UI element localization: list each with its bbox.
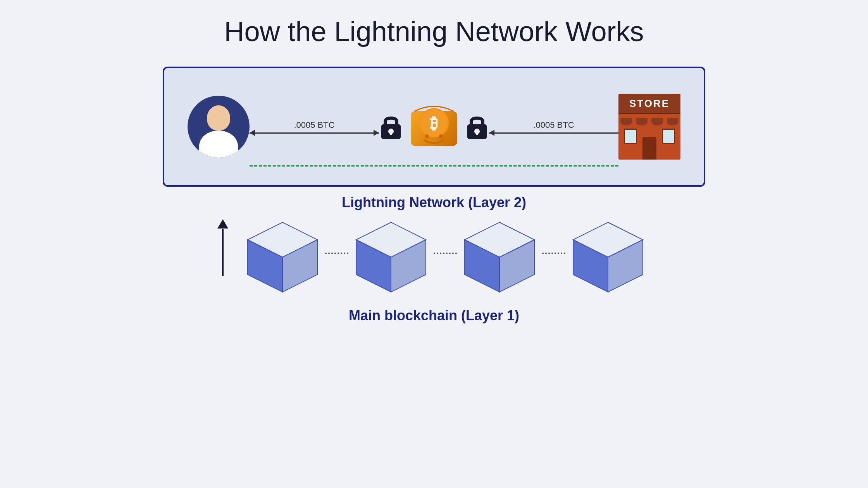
- store-container: STORE: [618, 94, 680, 160]
- awning-scallop: [651, 118, 663, 125]
- svg-point-9: [439, 134, 443, 138]
- bottom-row: [217, 211, 651, 300]
- awning-scallop: [620, 118, 632, 125]
- blockchain-cube-1: [240, 215, 325, 300]
- arrow-up-head: [217, 219, 228, 229]
- store-building: STORE: [618, 94, 680, 160]
- store-door: [642, 137, 656, 160]
- cube-connector-2: [434, 253, 457, 254]
- bottom-section: Main blockchain (Layer 1): [23, 211, 845, 324]
- svg-rect-12: [476, 131, 478, 135]
- store-front: [618, 114, 680, 160]
- blockchain-cube-3: [457, 215, 542, 300]
- cube-connector-3: [542, 253, 565, 254]
- blockchain-row: [240, 215, 651, 300]
- right-channel-arrow: .0005 BTC: [489, 120, 618, 134]
- arrow-up-line: [222, 229, 224, 276]
- cube-connector-1: [325, 253, 348, 254]
- upward-arrow: [217, 219, 228, 276]
- awning-scallop: [636, 118, 648, 125]
- bitcoin-wallet-icon: ₿: [403, 98, 465, 156]
- store-sign: STORE: [618, 94, 680, 114]
- blockchain-cube-2: [348, 215, 434, 300]
- left-lock-icon: [379, 113, 403, 141]
- svg-rect-2: [390, 131, 392, 135]
- svg-text:₿: ₿: [430, 115, 438, 132]
- right-lock-icon: [465, 113, 489, 141]
- blockchain-label: Main blockchain (Layer 1): [349, 308, 519, 324]
- store-window-left: [624, 129, 637, 144]
- page-title: How the Lightning Network Works: [224, 15, 644, 47]
- awning-scallop: [667, 118, 679, 125]
- store-awning: [618, 114, 680, 125]
- dashed-connection-line: [250, 157, 618, 167]
- svg-point-8: [425, 134, 429, 138]
- lightning-label: Lightning Network (Layer 2): [342, 194, 526, 211]
- user-avatar: [188, 96, 250, 158]
- left-channel-arrow: .0005 BTC: [250, 120, 379, 134]
- store-window-right: [662, 129, 675, 144]
- blockchain-cube-4: [565, 215, 651, 300]
- lightning-network-box: .0005 BTC: [163, 67, 705, 187]
